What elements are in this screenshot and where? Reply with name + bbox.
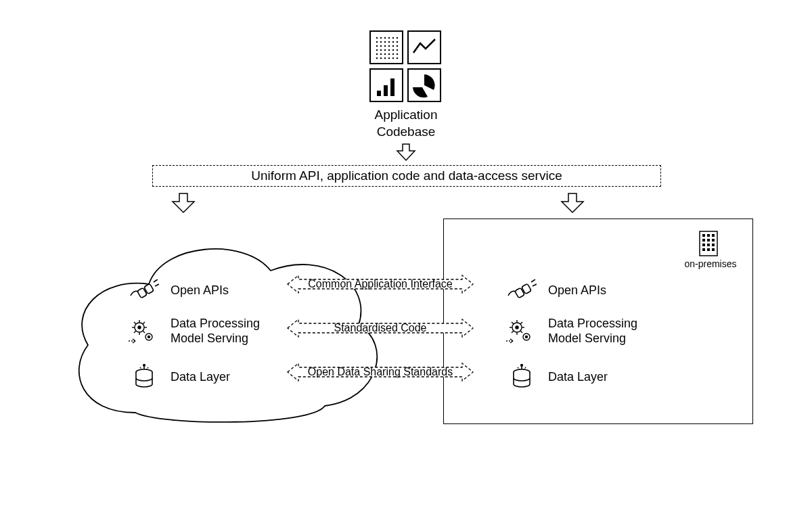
bidir-label-data: Open Data Sharing Standards [286, 361, 474, 384]
svg-point-20 [384, 49, 386, 51]
svg-point-27 [388, 53, 390, 55]
svg-point-29 [397, 53, 398, 55]
svg-rect-47 [707, 244, 710, 246]
svg-line-85 [520, 331, 522, 333]
svg-line-54 [154, 279, 158, 282]
bidir-label-api: Common Application Interface [286, 273, 474, 296]
svg-point-24 [376, 53, 378, 55]
svg-rect-40 [702, 234, 705, 237]
uniform-api-text: Uniform API, application code and data-a… [251, 168, 562, 183]
svg-line-77 [533, 284, 537, 286]
svg-point-25 [380, 53, 382, 55]
svg-point-21 [388, 49, 390, 51]
svg-point-67 [148, 336, 150, 338]
svg-rect-50 [707, 248, 710, 251]
svg-line-86 [512, 331, 514, 333]
svg-line-64 [134, 331, 136, 333]
svg-rect-46 [702, 244, 705, 246]
svg-point-19 [380, 49, 382, 51]
svg-rect-38 [390, 78, 394, 96]
down-arrow-left-icon [171, 192, 196, 214]
database-icon [506, 364, 537, 391]
svg-rect-51 [712, 248, 715, 251]
svg-point-13 [380, 45, 382, 47]
svg-line-76 [531, 279, 535, 282]
svg-point-93 [521, 365, 523, 367]
svg-point-11 [397, 41, 398, 43]
svg-point-12 [376, 45, 378, 47]
cloud-row-api: Open APIs [129, 277, 229, 304]
svg-point-1 [380, 37, 382, 39]
svg-point-5 [397, 37, 398, 39]
svg-line-84 [512, 322, 514, 324]
svg-point-79 [516, 326, 518, 329]
gears-icon [129, 318, 160, 345]
cloud-data-text: Data Layer [171, 370, 230, 385]
down-arrow-icon [396, 143, 416, 162]
svg-point-32 [384, 58, 386, 59]
svg-point-18 [376, 49, 378, 51]
svg-point-16 [392, 45, 394, 47]
svg-rect-49 [702, 248, 705, 251]
svg-point-35 [397, 58, 398, 59]
svg-line-65 [143, 322, 145, 324]
svg-line-55 [155, 284, 159, 286]
onprem-api-text: Open APIs [548, 283, 606, 298]
svg-point-8 [384, 41, 386, 43]
svg-point-34 [392, 58, 394, 59]
down-arrow-right-icon [560, 192, 585, 214]
cloud-row-data: Data Layer [129, 364, 230, 391]
uniform-api-box: Uniform API, application code and data-a… [152, 165, 661, 187]
svg-rect-36 [377, 91, 381, 96]
dot-grid-icon [369, 30, 403, 64]
svg-point-23 [397, 49, 398, 51]
svg-point-2 [384, 37, 386, 39]
svg-rect-43 [702, 239, 705, 242]
svg-rect-37 [384, 85, 388, 96]
svg-point-22 [392, 49, 394, 51]
bar-chart-icon [369, 68, 403, 102]
svg-point-9 [388, 41, 390, 43]
svg-point-15 [388, 45, 390, 47]
svg-line-63 [143, 331, 145, 333]
svg-rect-44 [707, 239, 710, 242]
svg-point-31 [380, 58, 382, 59]
svg-point-30 [376, 58, 378, 59]
svg-line-87 [520, 322, 522, 324]
svg-point-57 [138, 326, 141, 329]
svg-point-28 [392, 53, 394, 55]
building-icon [698, 230, 719, 257]
on-premises-label: on-premises [683, 258, 738, 269]
database-icon [129, 364, 160, 391]
line-chart-icon [407, 30, 441, 64]
svg-point-33 [388, 58, 390, 59]
svg-rect-48 [712, 244, 715, 246]
svg-rect-42 [712, 234, 715, 237]
application-icon-grid [369, 30, 441, 102]
svg-line-62 [134, 322, 136, 324]
gears-icon [506, 318, 537, 345]
cloud-proc-text: Data Processing Model Serving [171, 317, 260, 346]
application-codebase-label-2: ApplicationCodebase [338, 107, 474, 140]
svg-point-6 [376, 41, 378, 43]
svg-point-0 [376, 37, 378, 39]
svg-point-71 [143, 365, 145, 367]
pie-chart-icon [407, 68, 441, 102]
svg-point-4 [392, 37, 394, 39]
cloud-api-text: Open APIs [171, 283, 229, 298]
onprem-row-data: Data Layer [506, 364, 608, 391]
svg-point-26 [384, 53, 386, 55]
onprem-row-api: Open APIs [506, 277, 606, 304]
svg-rect-41 [707, 234, 710, 237]
plug-icon [129, 277, 160, 304]
onprem-row-processing: Data Processing Model Serving [506, 317, 637, 346]
plug-icon [506, 277, 537, 304]
svg-point-89 [526, 336, 528, 338]
svg-rect-45 [712, 239, 715, 242]
svg-point-7 [380, 41, 382, 43]
svg-point-17 [397, 45, 398, 47]
svg-point-10 [392, 41, 394, 43]
bidir-label-code: Standardised Code [286, 317, 474, 340]
cloud-row-processing: Data Processing Model Serving [129, 317, 260, 346]
svg-point-3 [388, 37, 390, 39]
